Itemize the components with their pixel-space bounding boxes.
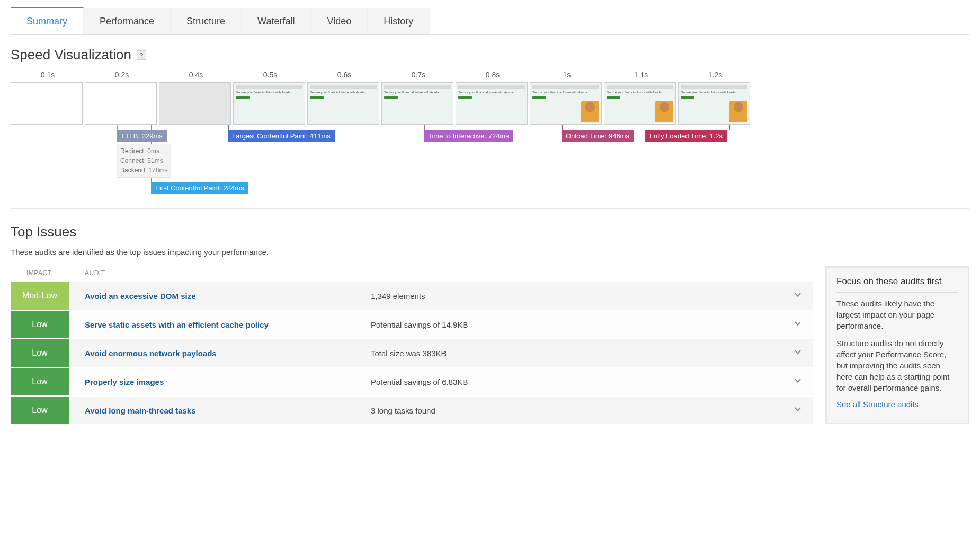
time-label: 0.8s [456, 71, 530, 79]
time-label: 0.5s [233, 71, 307, 79]
audit-name: Serve static assets with an efficient ca… [85, 320, 371, 329]
speed-markers: TTFB: 229ms Redirect: 0ms Connect: 51ms … [11, 130, 969, 194]
issues-table-head: IMPACT AUDIT [11, 266, 813, 281]
ttfb-backend: Backend: 178ms [120, 165, 167, 175]
audit-row[interactable]: Serve static assets with an efficient ca… [69, 311, 813, 338]
aside-p2: Structure audits do not directly affect … [836, 338, 958, 393]
chevron-down-icon[interactable] [790, 376, 805, 387]
section-heading: Speed Visualization [11, 47, 131, 63]
tab-video[interactable]: Video [311, 8, 368, 34]
time-label: 0.7s [381, 71, 456, 79]
ttfb-connect: Connect: 51ms [120, 156, 167, 165]
aside-p1: These audits likely have the largest imp… [836, 298, 958, 331]
aside-heading: Focus on these audits first [836, 276, 958, 293]
focus-aside: Focus on these audits first These audits… [825, 266, 969, 424]
audit-row[interactable]: Properly size imagesPotential savings of… [69, 368, 813, 395]
chevron-down-icon[interactable] [790, 319, 805, 330]
marker-onload[interactable]: Onload Time: 946ms [562, 130, 634, 142]
filmstrip-frame[interactable]: Secure your financial future with Avada. [381, 82, 453, 125]
section-heading: Top Issues [11, 224, 76, 240]
audit-row[interactable]: Avoid enormous network payloadsTotal siz… [69, 339, 813, 367]
audit-detail: Potential savings of 6.83KB [371, 377, 790, 386]
issue-row: LowProperly size imagesPotential savings… [11, 367, 813, 395]
chevron-down-icon[interactable] [790, 291, 805, 301]
marker-tti[interactable]: Time to Interactive: 724ms [424, 130, 513, 142]
ttfb-breakdown: Redirect: 0ms Connect: 51ms Backend: 178… [117, 144, 171, 178]
impact-badge: Low [11, 311, 69, 338]
audit-detail: 3 long tasks found [371, 406, 790, 415]
ttfb-redirect: Redirect: 0ms [120, 146, 167, 156]
impact-badge: Med-Low [11, 282, 69, 310]
audit-name: Avoid an excessive DOM size [85, 292, 371, 301]
marker-fcp[interactable]: First Contentful Paint: 284ms [151, 182, 248, 194]
audit-detail: Total size was 383KB [371, 349, 790, 358]
filmstrip-frame[interactable]: Secure your financial future with Avada. [307, 82, 379, 125]
audit-name: Avoid long main-thread tasks [85, 406, 371, 415]
tab-performance[interactable]: Performance [84, 8, 171, 34]
chevron-down-icon[interactable] [790, 405, 805, 416]
filmstrip-frame[interactable]: Secure your financial future with Avada. [530, 82, 602, 125]
audit-row[interactable]: Avoid an excessive DOM size1,349 element… [69, 282, 813, 310]
audit-row[interactable]: Avoid long main-thread tasks3 long tasks… [69, 397, 813, 424]
time-label: 0.6s [307, 71, 381, 79]
top-issues-subtitle: These audits are identified as the top i… [11, 248, 969, 257]
filmstrip-frame[interactable] [159, 82, 231, 125]
marker-fully[interactable]: Fully Loaded Time: 1.2s [645, 130, 727, 142]
col-audit: AUDIT [69, 269, 105, 277]
audit-detail: 1,349 elements [371, 292, 790, 301]
issue-row: LowAvoid enormous network payloadsTotal … [11, 338, 813, 367]
speed-vis-title: Speed Visualization ? [11, 47, 969, 63]
issue-row: LowServe static assets with an efficient… [11, 310, 813, 338]
filmstrip-frame[interactable]: Secure your financial future with Avada. [233, 82, 305, 125]
timeline-labels: 0.1s 0.2s 0.4s 0.5s 0.6s 0.7s 0.8s 1s 1.… [11, 71, 752, 79]
marker-ttfb[interactable]: TTFB: 229ms [117, 130, 167, 142]
help-icon[interactable]: ? [137, 50, 146, 60]
impact-badge: Low [11, 368, 69, 395]
time-label: 0.1s [11, 71, 85, 79]
impact-badge: Low [11, 339, 69, 367]
time-label: 1.2s [678, 71, 752, 79]
tab-history[interactable]: History [368, 8, 430, 34]
filmstrip-frame[interactable] [11, 82, 83, 125]
tab-summary[interactable]: Summary [11, 7, 84, 34]
marker-lcp[interactable]: Largest Contentful Paint: 411ms [228, 130, 335, 142]
see-all-structure-audits-link[interactable]: See all Structure audits [836, 400, 919, 409]
tab-structure[interactable]: Structure [171, 8, 242, 34]
top-issues-title: Top Issues [11, 224, 969, 240]
time-label: 0.4s [159, 71, 233, 79]
report-tabs: Summary Performance Structure Waterfall … [11, 8, 969, 35]
filmstrip-frame[interactable] [85, 82, 157, 125]
filmstrip-frame[interactable]: Secure your financial future with Avada. [456, 82, 528, 125]
chevron-down-icon[interactable] [790, 348, 805, 358]
issues-table: IMPACT AUDIT Med-LowAvoid an excessive D… [11, 266, 813, 424]
time-label: 0.2s [85, 71, 159, 79]
filmstrip-frame[interactable]: Secure your financial future with Avada. [678, 82, 750, 125]
impact-badge: Low [11, 397, 69, 424]
issue-row: LowAvoid long main-thread tasks3 long ta… [11, 395, 813, 424]
time-label: 1s [530, 71, 604, 79]
audit-name: Properly size images [85, 377, 371, 386]
audit-detail: Potential savings of 14.9KB [371, 320, 790, 329]
time-label: 1.1s [604, 71, 678, 79]
col-impact: IMPACT [11, 269, 69, 277]
issue-row: Med-LowAvoid an excessive DOM size1,349 … [11, 281, 813, 310]
tab-waterfall[interactable]: Waterfall [242, 8, 311, 34]
filmstrip-frame[interactable]: Secure your financial future with Avada. [604, 82, 676, 125]
audit-name: Avoid enormous network payloads [85, 349, 371, 358]
filmstrip: Secure your financial future with Avada.… [11, 82, 969, 125]
